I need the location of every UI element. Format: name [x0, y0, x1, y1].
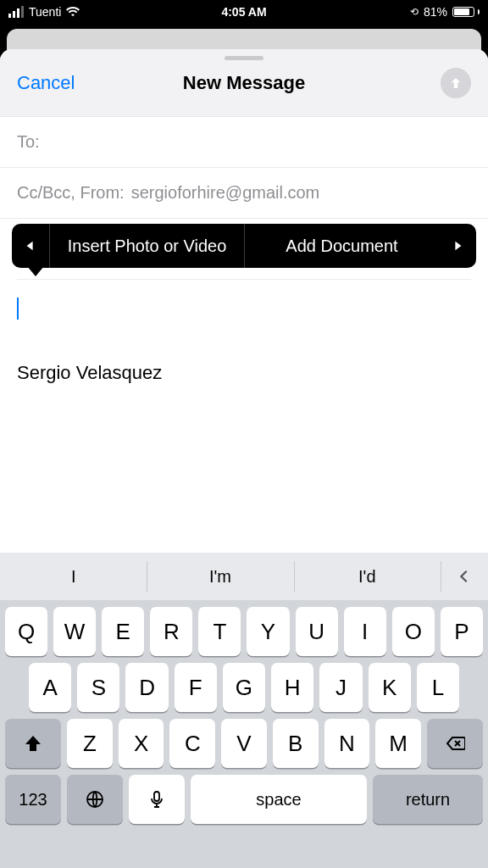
triangle-right-icon: [452, 239, 463, 253]
clock: 4:05 AM: [221, 5, 266, 19]
signal-icon: [8, 6, 24, 18]
collapse-suggestions-button[interactable]: [441, 553, 488, 600]
add-document-button[interactable]: Add Document: [244, 224, 439, 268]
microphone-icon: [147, 789, 167, 810]
device-frame: Tuenti 4:05 AM ⟲ 81% Cancel New Message …: [0, 0, 488, 868]
edit-menu-popover: Insert Photo or Video Add Document: [12, 224, 476, 268]
return-key[interactable]: return: [373, 775, 483, 824]
key-v[interactable]: V: [221, 719, 267, 768]
to-label: To:: [17, 132, 40, 152]
battery-percent: 81%: [424, 5, 447, 19]
header-fields: To: Cc/Bcc, From: sergioforhire@gmail.co…: [0, 117, 488, 219]
backspace-key[interactable]: [427, 719, 483, 768]
key-j[interactable]: J: [319, 663, 362, 712]
carrier-label: Tuenti: [29, 5, 61, 19]
divider: [17, 279, 471, 280]
dictation-key[interactable]: [129, 775, 185, 824]
from-value: sergioforhire@gmail.com: [131, 183, 320, 203]
subject-area: Insert Photo or Video Add Document: [0, 219, 488, 280]
shift-key[interactable]: [5, 719, 61, 768]
sheet-header: Cancel New Message: [0, 49, 488, 117]
message-body[interactable]: Sergio Velasquez: [0, 280, 488, 402]
key-t[interactable]: T: [198, 607, 241, 656]
backspace-icon: [445, 733, 465, 754]
space-key[interactable]: space: [191, 775, 367, 824]
key-r[interactable]: R: [150, 607, 192, 656]
key-a[interactable]: A: [29, 663, 71, 712]
key-c[interactable]: C: [169, 719, 215, 768]
suggestion-bar: I I'm I'd: [0, 553, 488, 600]
insert-photo-video-button[interactable]: Insert Photo or Video: [49, 224, 244, 268]
battery-icon: [452, 7, 480, 17]
shift-icon: [23, 733, 43, 754]
key-row-1: Q W E R T Y U I O P: [0, 600, 488, 656]
svg-rect-1: [154, 792, 159, 801]
arrow-up-icon: [448, 75, 463, 91]
suggestion-1[interactable]: I: [0, 553, 147, 600]
key-u[interactable]: U: [296, 607, 338, 656]
key-l[interactable]: L: [417, 663, 459, 712]
popover-tail: [27, 266, 44, 276]
key-b[interactable]: B: [273, 719, 319, 768]
ccbcc-from-field[interactable]: Cc/Bcc, From: sergioforhire@gmail.com: [0, 168, 488, 219]
key-row-4: 123 space return: [0, 768, 488, 831]
key-s[interactable]: S: [77, 663, 119, 712]
signature-text: Sergio Velasquez: [17, 360, 471, 387]
key-p[interactable]: P: [441, 607, 483, 656]
key-k[interactable]: K: [369, 663, 411, 712]
key-o[interactable]: O: [392, 607, 435, 656]
triangle-left-icon: [25, 239, 36, 253]
page-title: New Message: [183, 72, 305, 94]
key-d[interactable]: D: [125, 663, 168, 712]
suggestion-3[interactable]: I'd: [294, 553, 441, 600]
wifi-icon: [66, 7, 80, 17]
key-g[interactable]: G: [223, 663, 265, 712]
compose-sheet: Cancel New Message To: Cc/Bcc, From: ser…: [0, 49, 488, 868]
key-row-3: Z X C V B N M: [0, 712, 488, 768]
popover-next-button[interactable]: [439, 224, 476, 268]
orientation-lock-icon: ⟲: [410, 6, 419, 18]
key-w[interactable]: W: [53, 607, 96, 656]
key-e[interactable]: E: [102, 607, 144, 656]
ccbcc-label: Cc/Bcc, From:: [17, 183, 125, 203]
text-caret: [17, 298, 19, 320]
status-bar: Tuenti 4:05 AM ⟲ 81%: [0, 0, 488, 24]
popover-prev-button[interactable]: [12, 224, 49, 268]
suggestion-2[interactable]: I'm: [147, 553, 293, 600]
key-y[interactable]: Y: [247, 607, 289, 656]
key-z[interactable]: Z: [67, 719, 113, 768]
numbers-key[interactable]: 123: [5, 775, 61, 824]
key-row-2: A S D F G H J K L: [0, 656, 488, 712]
send-button[interactable]: [441, 68, 471, 98]
key-h[interactable]: H: [271, 663, 313, 712]
globe-key[interactable]: [67, 775, 123, 824]
keyboard: I I'm I'd Q W E R T Y U I O P A: [0, 553, 488, 868]
chevron-left-icon: [458, 569, 471, 584]
cancel-button[interactable]: Cancel: [17, 72, 75, 94]
globe-icon: [85, 789, 105, 810]
key-i[interactable]: I: [344, 607, 386, 656]
key-f[interactable]: F: [175, 663, 217, 712]
key-x[interactable]: X: [119, 719, 164, 768]
sheet-grabber[interactable]: [225, 56, 263, 60]
key-n[interactable]: N: [324, 719, 370, 768]
key-q[interactable]: Q: [5, 607, 47, 656]
key-m[interactable]: M: [375, 719, 421, 768]
to-field[interactable]: To:: [0, 117, 488, 168]
